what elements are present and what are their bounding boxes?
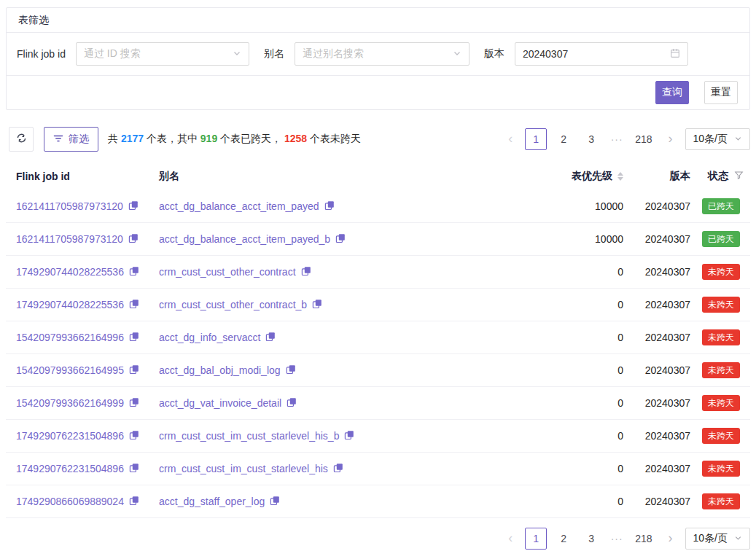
table-row: 1749290762231504896 crm_cust_cust_im_cus… bbox=[6, 453, 750, 485]
copy-icon[interactable] bbox=[312, 299, 322, 311]
pagination-page-3[interactable]: 3 bbox=[580, 128, 602, 150]
filter-panel-title: 表筛选 bbox=[7, 8, 749, 33]
flink-job-id-link[interactable]: 1542097993662164999 bbox=[16, 397, 124, 409]
flink-job-id-link[interactable]: 1621411705987973120 bbox=[16, 200, 123, 212]
version-date-input[interactable]: 20240307 bbox=[515, 42, 688, 66]
sort-icon[interactable] bbox=[617, 172, 623, 181]
status-badge: 未跨天 bbox=[702, 461, 740, 477]
pagination-prev[interactable]: ‹ bbox=[502, 128, 519, 150]
table-body: 1621411705987973120 acct_dg_balance_acct… bbox=[0, 190, 756, 518]
pagination-page-3[interactable]: 3 bbox=[580, 528, 602, 550]
alias-link[interactable]: acct_dg_staff_oper_log bbox=[159, 496, 265, 507]
table-row: 1749290744028225536 crm_cust_cust_other_… bbox=[6, 289, 750, 321]
copy-icon[interactable] bbox=[129, 397, 139, 410]
flink-job-id-link[interactable]: 1749290744028225536 bbox=[16, 266, 124, 278]
filter-funnel-icon[interactable] bbox=[734, 171, 744, 182]
chevron-down-icon bbox=[734, 533, 742, 544]
copy-icon[interactable] bbox=[128, 200, 139, 213]
pagination-ellipsis: ··· bbox=[608, 533, 626, 544]
pagination-page-2[interactable]: 2 bbox=[553, 128, 574, 150]
version-value: 20240307 bbox=[645, 463, 690, 474]
pagination-next[interactable]: › bbox=[662, 128, 679, 150]
copy-icon[interactable] bbox=[129, 299, 139, 311]
pagination-next[interactable]: › bbox=[662, 528, 679, 550]
flink-job-id-link[interactable]: 1749290744028225536 bbox=[16, 299, 124, 310]
version-label: 版本 bbox=[484, 47, 504, 60]
copy-icon[interactable] bbox=[333, 463, 343, 475]
table-row: 1749290866069889024 acct_dg_staff_oper_l… bbox=[6, 485, 750, 518]
alias-link[interactable]: acct_dg_balance_acct_item_payed bbox=[159, 200, 319, 212]
refresh-icon bbox=[16, 133, 27, 146]
table-row: 1749290744028225536 crm_cust_cust_other_… bbox=[6, 256, 750, 289]
pagination-page-218[interactable]: 218 bbox=[631, 128, 655, 150]
copy-icon[interactable] bbox=[265, 332, 276, 344]
filter-panel: 表筛选 Flink job id 通过 ID 搜索 别名 通过别名搜索 版本 bbox=[6, 7, 750, 110]
copy-icon[interactable] bbox=[129, 463, 139, 475]
pagination-page-1[interactable]: 1 bbox=[525, 128, 547, 150]
alias-link[interactable]: crm_cust_cust_im_cust_starlevel_his bbox=[159, 463, 328, 474]
reset-button[interactable]: 重置 bbox=[704, 81, 738, 104]
copy-icon[interactable] bbox=[129, 266, 139, 278]
query-button[interactable]: 查询 bbox=[655, 81, 689, 104]
filter-fields-row: Flink job id 通过 ID 搜索 别名 通过别名搜索 版本 20240… bbox=[7, 33, 749, 76]
chevron-down-icon bbox=[734, 133, 742, 145]
alias-link[interactable]: acct_dg_balance_acct_item_payed_b bbox=[159, 233, 330, 245]
filter-button-label: 筛选 bbox=[69, 133, 89, 146]
copy-icon[interactable] bbox=[301, 266, 311, 278]
crossed-count: 919 bbox=[200, 133, 217, 144]
flink-job-id-select[interactable]: 通过 ID 搜索 bbox=[76, 42, 249, 66]
copy-icon[interactable] bbox=[129, 430, 139, 442]
alias-link[interactable]: crm_cust_cust_other_contract bbox=[159, 266, 296, 278]
alias-link[interactable]: crm_cust_cust_im_cust_starlevel_his_b bbox=[159, 430, 339, 442]
alias-link[interactable]: acct_dg_vat_invoice_detail bbox=[159, 397, 281, 409]
alias-link[interactable]: crm_cust_cust_other_contract_b bbox=[159, 299, 307, 310]
copy-icon[interactable] bbox=[128, 233, 139, 246]
table-row: 1542097993662164996 acct_dg_info_servacc… bbox=[6, 321, 750, 354]
priority-value: 10000 bbox=[595, 200, 623, 212]
flink-job-id-link[interactable]: 1749290762231504896 bbox=[16, 463, 124, 474]
pagination-page-2[interactable]: 2 bbox=[553, 528, 574, 550]
copy-icon[interactable] bbox=[129, 496, 139, 508]
flink-job-id-link[interactable]: 1749290762231504896 bbox=[16, 430, 124, 442]
copy-icon[interactable] bbox=[344, 430, 354, 442]
summary-part4: 个表未跨天 bbox=[307, 133, 361, 144]
copy-icon[interactable] bbox=[324, 200, 335, 213]
flink-job-id-link[interactable]: 1621411705987973120 bbox=[16, 233, 123, 245]
flink-job-id-link[interactable]: 1542097993662164995 bbox=[16, 364, 124, 376]
pagination: ‹123···218›10条/页 bbox=[502, 528, 750, 550]
column-header-status-label: 状态 bbox=[708, 170, 728, 183]
flink-job-id-placeholder: 通过 ID 搜索 bbox=[84, 47, 141, 60]
alias-select[interactable]: 通过别名搜索 bbox=[295, 42, 469, 66]
pagination-ellipsis: ··· bbox=[608, 133, 626, 145]
copy-icon[interactable] bbox=[270, 496, 280, 508]
column-header-flink-job-id: Flink job id bbox=[6, 171, 149, 182]
alias-link[interactable]: acct_dg_bal_obj_modi_log bbox=[159, 364, 281, 376]
copy-icon[interactable] bbox=[129, 364, 139, 377]
summary-part2: 个表，其中 bbox=[144, 133, 200, 144]
pagination-prev[interactable]: ‹ bbox=[502, 528, 519, 550]
version-value: 20240307 bbox=[645, 496, 690, 507]
pagination-page-218[interactable]: 218 bbox=[631, 528, 655, 550]
flink-job-id-field: Flink job id 通过 ID 搜索 bbox=[17, 42, 249, 66]
version-field: 版本 20240307 bbox=[484, 42, 688, 66]
alias-link[interactable]: acct_dg_info_servacct bbox=[159, 332, 260, 343]
refresh-button[interactable] bbox=[9, 127, 34, 152]
filter-button[interactable]: 筛选 bbox=[44, 127, 98, 152]
summary-text: 共 2177 个表，其中 919 个表已跨天， 1258 个表未跨天 bbox=[108, 133, 361, 146]
copy-icon[interactable] bbox=[286, 364, 296, 377]
page-size-select[interactable]: 10条/页 bbox=[685, 528, 750, 550]
copy-icon[interactable] bbox=[129, 332, 139, 344]
pagination-page-1[interactable]: 1 bbox=[525, 528, 547, 550]
page-size-select[interactable]: 10条/页 bbox=[685, 128, 750, 150]
column-header-priority[interactable]: 表优先级 bbox=[517, 170, 626, 183]
flink-job-id-link[interactable]: 1749290866069889024 bbox=[16, 496, 124, 507]
copy-icon[interactable] bbox=[287, 397, 297, 410]
version-value: 20240307 bbox=[645, 200, 690, 212]
copy-icon[interactable] bbox=[335, 233, 346, 246]
status-badge: 未跨天 bbox=[702, 395, 740, 411]
flink-job-id-link[interactable]: 1542097993662164996 bbox=[16, 332, 124, 343]
version-value: 20240307 bbox=[645, 233, 690, 245]
not-crossed-count: 1258 bbox=[284, 133, 307, 144]
priority-value: 0 bbox=[617, 496, 623, 507]
version-value: 20240307 bbox=[645, 332, 690, 343]
